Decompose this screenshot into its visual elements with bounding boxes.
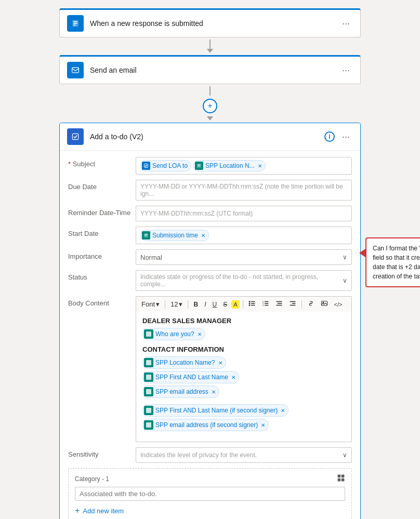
token-name-close[interactable]: ✕ [231,375,235,380]
sensitivity-dropdown[interactable]: Indicates the level of privacy for the e… [136,447,352,463]
token-name2-close[interactable]: ✕ [281,408,285,414]
callout-arrow [359,249,365,257]
status-dropdown[interactable]: Indicates state or progress of the to-do… [136,270,352,291]
svg-rect-20 [264,301,268,302]
font-label: Font [141,300,155,308]
underline-button[interactable]: U [211,300,219,309]
subject-input[interactable]: Send LOA to SPP Location N... ✕ [136,157,352,175]
email-card-menu[interactable]: ··· [339,64,353,77]
todo-card-body: Subject Send LOA to [60,151,360,519]
token-email-close[interactable]: ✕ [212,389,216,395]
sensitivity-placeholder: Indicates the level of privacy for the e… [140,451,340,459]
add-step-button[interactable]: + [203,99,217,113]
svg-rect-8 [198,165,201,165]
importance-label: Importance [68,249,136,260]
trigger-card: When a new response is submitted ··· [59,8,361,37]
importance-value: Normal [140,254,162,261]
info-icon[interactable]: i [324,131,335,142]
start-date-label: Start Date [68,227,136,237]
token-email2-close[interactable]: ✕ [261,422,265,428]
email-card: Send an email ··· [59,55,361,84]
toolbar-sep-4 [301,300,302,309]
todo-card: Can I format the "Due Date" field so tha… [59,123,361,519]
svg-rect-2 [73,23,77,24]
code-button[interactable]: </> [332,300,345,309]
svg-point-13 [248,301,250,302]
status-row: Status Indicates state or progress of th… [68,270,352,291]
svg-rect-26 [277,303,282,303]
subject-token-2-close[interactable]: ✕ [258,163,262,169]
due-date-row: Due Date YYYY-MM-DD or YYYY-MM-DDThh:mm:… [68,180,352,201]
editor-toolbar: Font ▾ 12 ▾ B I U S A [136,296,352,312]
number-list-button[interactable]: 123 [260,299,271,310]
decrease-indent-button[interactable] [273,299,285,310]
svg-rect-28 [290,301,295,302]
callout-text: Can I format the "Due Date" field so tha… [373,245,420,280]
arrow-2 [209,86,211,96]
body-content-editor: Font ▾ 12 ▾ B I U S A [136,296,352,442]
token-name[interactable]: SPP First AND Last Name ✕ [142,371,239,383]
add-item-label: Add new item [83,507,124,515]
category-label-row: Category - 1 [75,474,345,484]
importance-dropdown[interactable]: Normal ∨ [136,249,352,265]
start-date-token[interactable]: Submission time ✕ [140,230,209,241]
todo-card-menu[interactable]: ··· [339,130,353,143]
font-selector[interactable]: Font ▾ [139,299,162,309]
svg-rect-3 [73,24,76,25]
token-location-close[interactable]: ✕ [218,360,222,366]
token-who-close[interactable]: ✕ [198,331,202,337]
due-date-input[interactable]: YYYY-MM-DD or YYYY-MM-DDThh:mm:ssZ (note… [136,180,352,201]
add-item-button[interactable]: + Add new item [75,504,345,517]
token-email[interactable]: SPP email address ✕ [142,385,219,398]
section-1-title: DEALER SALES MANAGER [142,317,345,325]
svg-rect-34 [342,475,345,478]
category-icon[interactable] [337,474,345,484]
font-size-label: 12 [170,300,178,308]
spp-icon-location [144,358,153,367]
svg-rect-29 [292,303,295,303]
start-date-input[interactable]: Submission time ✕ [136,227,352,244]
svg-rect-31 [321,301,327,305]
start-date-row: Start Date Submission time ✕ [68,227,352,244]
spp-icon-email2 [144,420,153,430]
subject-token-2[interactable]: SPP Location N... ✕ [193,160,266,171]
token-location[interactable]: SPP Location Name? ✕ [142,356,226,369]
status-label: Status [68,270,136,281]
svg-rect-22 [264,303,268,303]
svg-point-17 [248,304,250,306]
token-email2[interactable]: SPP email address (if second signer) ✕ [142,419,269,431]
increase-indent-button[interactable] [287,299,298,310]
italic-button[interactable]: I [202,300,208,309]
token-row-name2: SPP First AND Last Name (if second signe… [142,404,345,417]
sensitivity-label: Sensitivity [68,447,136,458]
token-row-name: SPP First AND Last Name ✕ [142,371,345,383]
category-input[interactable] [75,487,345,501]
editor-body[interactable]: DEALER SALES MANAGER Who are you? ✕ [136,312,352,442]
token-who-label: Who are you? [155,330,194,338]
subject-label: Subject [68,157,136,168]
svg-rect-12 [145,235,147,236]
subject-token-1-label: Send LOA to [152,162,188,169]
start-date-token-label: Submission time [152,232,198,239]
subject-token-1[interactable]: Send LOA to [140,160,191,171]
trigger-card-menu[interactable]: ··· [339,17,353,30]
image-button[interactable] [319,299,330,310]
reminder-input[interactable]: YYYY-MM-DDThh:mm:ssZ (UTC format) [136,206,352,221]
token-name2[interactable]: SPP First AND Last Name (if second signe… [142,404,288,417]
due-date-label: Due Date [68,180,136,191]
highlight-button[interactable]: A [231,300,239,309]
bullet-list-button[interactable] [246,299,258,310]
start-date-token-close[interactable]: ✕ [201,233,205,238]
link-button[interactable] [305,299,317,310]
subject-row: Subject Send LOA to [68,157,352,175]
svg-rect-1 [73,21,77,22]
strikethrough-button[interactable]: S [221,300,229,309]
chip-icon-3 [142,231,150,239]
svg-rect-30 [290,305,295,305]
importance-chevron: ∨ [343,254,347,261]
token-who[interactable]: Who are you? ✕ [142,328,205,340]
bold-button[interactable]: B [191,300,200,309]
font-size-selector[interactable]: 12 ▾ [168,299,185,309]
reminder-placeholder: YYYY-MM-DDThh:mm:ssZ (UTC format) [140,210,253,217]
italic-label: I [204,301,206,308]
